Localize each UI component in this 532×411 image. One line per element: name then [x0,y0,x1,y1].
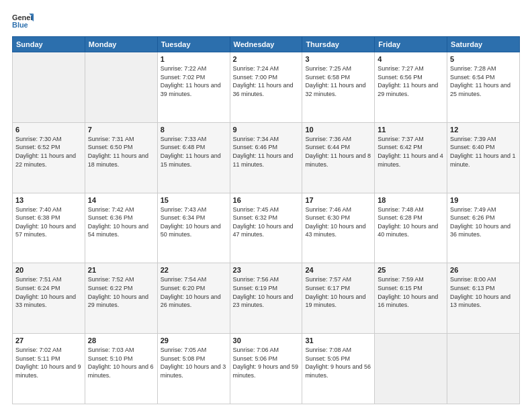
day-number: 4 [378,55,444,63]
day-number: 2 [233,55,300,63]
day-info: Sunrise: 7:05 AM Sunset: 5:08 PM Dayligh… [161,346,227,379]
day-number: 5 [450,55,517,63]
day-number: 31 [305,336,371,345]
day-number: 6 [15,126,82,134]
day-number: 7 [88,126,154,134]
calendar-cell: 27Sunrise: 7:02 AM Sunset: 5:11 PM Dayli… [13,334,85,404]
day-number: 9 [233,126,300,134]
calendar-cell [447,334,520,404]
day-info: Sunrise: 7:28 AM Sunset: 6:54 PM Dayligh… [450,64,517,98]
calendar-cell: 7Sunrise: 7:31 AM Sunset: 6:50 PM Daylig… [85,122,157,193]
day-info: Sunrise: 7:37 AM Sunset: 6:42 PM Dayligh… [378,135,444,169]
calendar-cell: 25Sunrise: 7:59 AM Sunset: 6:15 PM Dayli… [375,263,447,334]
day-info: Sunrise: 7:22 AM Sunset: 7:02 PM Dayligh… [161,64,227,98]
calendar-cell: 19Sunrise: 7:49 AM Sunset: 6:26 PM Dayli… [447,193,520,263]
day-info: Sunrise: 7:57 AM Sunset: 6:17 PM Dayligh… [305,275,371,309]
calendar-header-row: SundayMondayTuesdayWednesdayThursdayFrid… [13,37,520,52]
day-number: 12 [450,126,517,134]
calendar-cell: 22Sunrise: 7:54 AM Sunset: 6:20 PM Dayli… [157,263,230,334]
calendar-cell: 24Sunrise: 7:57 AM Sunset: 6:17 PM Dayli… [302,263,375,334]
day-info: Sunrise: 7:59 AM Sunset: 6:15 PM Dayligh… [378,275,444,309]
day-number: 3 [305,55,371,63]
calendar-header-sunday: Sunday [13,37,85,52]
day-number: 10 [305,126,371,134]
day-info: Sunrise: 7:48 AM Sunset: 6:28 PM Dayligh… [378,205,444,239]
day-info: Sunrise: 7:33 AM Sunset: 6:48 PM Dayligh… [161,135,227,169]
calendar-cell: 20Sunrise: 7:51 AM Sunset: 6:24 PM Dayli… [13,263,85,334]
calendar-cell: 28Sunrise: 7:03 AM Sunset: 5:10 PM Dayli… [85,334,157,404]
calendar-cell: 21Sunrise: 7:52 AM Sunset: 6:22 PM Dayli… [85,263,157,334]
calendar-cell [13,52,85,123]
day-number: 13 [15,196,82,204]
day-number: 23 [233,266,300,274]
day-info: Sunrise: 7:45 AM Sunset: 6:32 PM Dayligh… [233,205,300,239]
day-info: Sunrise: 7:03 AM Sunset: 5:10 PM Dayligh… [88,346,154,379]
calendar-cell: 17Sunrise: 7:46 AM Sunset: 6:30 PM Dayli… [302,193,375,263]
calendar-table: SundayMondayTuesdayWednesdayThursdayFrid… [12,36,520,404]
calendar-cell: 30Sunrise: 7:06 AM Sunset: 5:06 PM Dayli… [230,334,302,404]
calendar-cell: 6Sunrise: 7:30 AM Sunset: 6:52 PM Daylig… [13,122,85,193]
calendar-cell: 23Sunrise: 7:56 AM Sunset: 6:19 PM Dayli… [230,263,302,334]
calendar-week-row: 27Sunrise: 7:02 AM Sunset: 5:11 PM Dayli… [13,334,520,404]
calendar-cell: 15Sunrise: 7:43 AM Sunset: 6:34 PM Dayli… [157,193,230,263]
calendar-cell: 13Sunrise: 7:40 AM Sunset: 6:38 PM Dayli… [13,193,85,263]
calendar-cell: 8Sunrise: 7:33 AM Sunset: 6:48 PM Daylig… [157,122,230,193]
day-info: Sunrise: 7:27 AM Sunset: 6:56 PM Dayligh… [378,64,444,98]
calendar-cell [375,334,447,404]
logo-icon: General Blue [12,12,34,31]
calendar-cell: 29Sunrise: 7:05 AM Sunset: 5:08 PM Dayli… [157,334,230,404]
day-number: 18 [378,196,444,204]
day-info: Sunrise: 7:34 AM Sunset: 6:46 PM Dayligh… [233,135,300,169]
day-number: 16 [233,196,300,204]
calendar-cell: 2Sunrise: 7:24 AM Sunset: 7:00 PM Daylig… [230,52,302,123]
calendar-cell: 4Sunrise: 7:27 AM Sunset: 6:56 PM Daylig… [375,52,447,123]
day-info: Sunrise: 7:06 AM Sunset: 5:06 PM Dayligh… [233,346,300,379]
calendar-cell: 12Sunrise: 7:39 AM Sunset: 6:40 PM Dayli… [447,122,520,193]
day-info: Sunrise: 7:51 AM Sunset: 6:24 PM Dayligh… [15,275,82,309]
calendar-cell: 18Sunrise: 7:48 AM Sunset: 6:28 PM Dayli… [375,193,447,263]
day-number: 27 [15,336,82,345]
day-info: Sunrise: 7:02 AM Sunset: 5:11 PM Dayligh… [15,346,82,379]
calendar-week-row: 1Sunrise: 7:22 AM Sunset: 7:02 PM Daylig… [13,52,520,123]
day-number: 29 [161,336,227,345]
calendar-cell: 11Sunrise: 7:37 AM Sunset: 6:42 PM Dayli… [375,122,447,193]
calendar-header-thursday: Thursday [302,37,375,52]
day-number: 30 [233,336,300,345]
day-info: Sunrise: 7:30 AM Sunset: 6:52 PM Dayligh… [15,135,82,169]
day-info: Sunrise: 7:08 AM Sunset: 5:05 PM Dayligh… [305,346,371,379]
day-number: 26 [450,266,517,274]
day-info: Sunrise: 7:25 AM Sunset: 6:58 PM Dayligh… [305,64,371,98]
day-number: 17 [305,196,371,204]
calendar-week-row: 6Sunrise: 7:30 AM Sunset: 6:52 PM Daylig… [13,122,520,193]
calendar-header-tuesday: Tuesday [157,37,230,52]
day-info: Sunrise: 7:54 AM Sunset: 6:20 PM Dayligh… [161,275,227,309]
day-number: 21 [88,266,154,274]
day-number: 1 [161,55,227,63]
day-number: 22 [161,266,227,274]
day-number: 11 [378,126,444,134]
day-info: Sunrise: 7:43 AM Sunset: 6:34 PM Dayligh… [161,205,227,239]
calendar-week-row: 13Sunrise: 7:40 AM Sunset: 6:38 PM Dayli… [13,193,520,263]
day-info: Sunrise: 7:56 AM Sunset: 6:19 PM Dayligh… [233,275,300,309]
calendar-cell: 1Sunrise: 7:22 AM Sunset: 7:02 PM Daylig… [157,52,230,123]
day-number: 15 [161,196,227,204]
calendar-header-friday: Friday [375,37,447,52]
day-info: Sunrise: 7:42 AM Sunset: 6:36 PM Dayligh… [88,205,154,239]
calendar-cell: 9Sunrise: 7:34 AM Sunset: 6:46 PM Daylig… [230,122,302,193]
calendar-cell: 5Sunrise: 7:28 AM Sunset: 6:54 PM Daylig… [447,52,520,123]
day-number: 19 [450,196,517,204]
day-number: 8 [161,126,227,134]
calendar-cell: 10Sunrise: 7:36 AM Sunset: 6:44 PM Dayli… [302,122,375,193]
day-info: Sunrise: 7:24 AM Sunset: 7:00 PM Dayligh… [233,64,300,98]
day-number: 20 [15,266,82,274]
calendar-cell: 31Sunrise: 7:08 AM Sunset: 5:05 PM Dayli… [302,334,375,404]
calendar-cell: 16Sunrise: 7:45 AM Sunset: 6:32 PM Dayli… [230,193,302,263]
day-info: Sunrise: 7:36 AM Sunset: 6:44 PM Dayligh… [305,135,371,169]
day-number: 14 [88,196,154,204]
calendar-week-row: 20Sunrise: 7:51 AM Sunset: 6:24 PM Dayli… [13,263,520,334]
calendar-cell: 26Sunrise: 8:00 AM Sunset: 6:13 PM Dayli… [447,263,520,334]
calendar-header-monday: Monday [85,37,157,52]
header: General Blue [12,12,520,31]
day-number: 28 [88,336,154,345]
day-info: Sunrise: 7:46 AM Sunset: 6:30 PM Dayligh… [305,205,371,239]
